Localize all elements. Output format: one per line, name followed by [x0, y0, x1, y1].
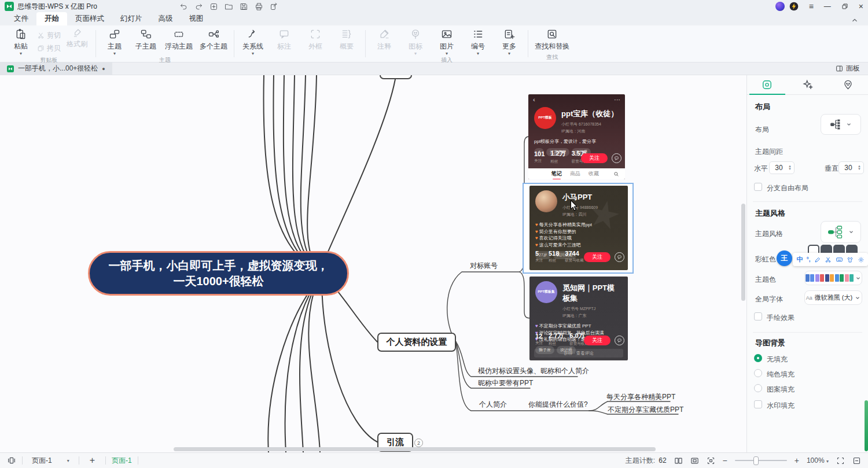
message-button[interactable]: [615, 336, 624, 345]
tab-style-panel[interactable]: [747, 75, 788, 94]
menu-tab-视图[interactable]: 视图: [181, 12, 212, 25]
share-icon[interactable]: [269, 1, 279, 12]
print-icon[interactable]: [253, 1, 264, 12]
canvas-vertical-scrollbar[interactable]: [741, 204, 745, 301]
profile-setup-node[interactable]: 个人资料的设置: [377, 333, 456, 352]
horizontal-spacing-stepper[interactable]: 30▲▼: [769, 161, 795, 174]
menu-tab-开始[interactable]: 开始: [36, 12, 67, 25]
关系线-button[interactable]: 关系线▾: [238, 28, 268, 56]
ime-toolbar[interactable]: 中 °,: [793, 253, 868, 266]
canvas-horizontal-scrollbar[interactable]: [174, 447, 656, 451]
panel-toggle-button[interactable]: 面板: [836, 64, 868, 73]
标注-button[interactable]: 标注: [269, 28, 299, 52]
add-page-button[interactable]: +: [85, 455, 100, 466]
子主题-button[interactable]: 子主题: [131, 28, 161, 52]
save-icon[interactable]: [238, 1, 249, 12]
sub-topic-intro[interactable]: 个人简介: [479, 400, 507, 410]
collapse-ribbon-icon[interactable]: [851, 16, 859, 25]
menu-tab-文件[interactable]: 文件: [6, 12, 36, 25]
follow-button[interactable]: 关注: [581, 153, 608, 163]
ime-settings-icon[interactable]: [858, 256, 865, 263]
search-icon[interactable]: [613, 171, 619, 177]
new-file-icon[interactable]: [208, 1, 219, 12]
sub-topic-imitate[interactable]: 模仿对标设置头像、昵称和个人简介: [478, 366, 589, 376]
ime-scissors-icon[interactable]: [825, 256, 832, 263]
minimize-button[interactable]: —: [824, 2, 831, 10]
global-font-dropdown[interactable]: Aa 微软雅黑 (大): [804, 290, 862, 305]
focus-mode-icon[interactable]: [707, 456, 715, 465]
user-avatar[interactable]: [775, 2, 785, 11]
layout-dropdown[interactable]: [821, 114, 861, 135]
document-tab[interactable]: 一部手机，小...00+很轻松 ●: [0, 62, 112, 75]
外框-button[interactable]: 外框: [300, 28, 330, 52]
浮动主题-button[interactable]: 浮动主题: [162, 28, 196, 52]
leaf-daily-share[interactable]: 每天分享各种精美PPT: [606, 392, 675, 402]
background-radio-纯色填充[interactable]: [754, 369, 762, 377]
collapse-toolbar-icon[interactable]: [852, 456, 861, 465]
menu-tab-页面样式[interactable]: 页面样式: [67, 12, 112, 25]
page-selector-dropdown[interactable]: 页面-1▾: [28, 456, 73, 466]
xhs-profile-card-2[interactable]: ★小马PPT小红书号 94886609IP属地：四川♥每天分享各种精美实用ppt…: [529, 186, 628, 270]
active-page-tab[interactable]: 页面-1: [112, 456, 132, 466]
restore-button[interactable]: [841, 3, 848, 10]
tab-ai-panel[interactable]: [788, 75, 828, 94]
back-icon[interactable]: ‹: [533, 97, 535, 102]
redo-icon[interactable]: [193, 1, 204, 12]
leaf-irregular-share[interactable]: 不定期分享宝藏优质PPT: [608, 405, 683, 415]
更多-button[interactable]: 更多▾: [494, 28, 524, 56]
xhs-profile-card-1[interactable]: ‹···PPT模板ppt宝库（收徒）小红书号 6716078354IP属地：河南…: [528, 94, 625, 179]
zoom-slider[interactable]: [735, 460, 787, 461]
fit-window-icon[interactable]: [690, 456, 699, 465]
ime-logo-icon[interactable]: 王: [777, 250, 792, 266]
menu-tab-高级[interactable]: 高级: [150, 12, 181, 25]
theme-color-dropdown[interactable]: [804, 271, 862, 285]
图标-button[interactable]: 图标▾: [400, 28, 431, 56]
zoom-level[interactable]: 100% ▾: [807, 456, 829, 465]
fullscreen-icon[interactable]: [836, 456, 845, 465]
page-overview-icon[interactable]: [7, 456, 16, 465]
格式刷-button[interactable]: 格式刷: [62, 28, 92, 50]
tab-sticker-panel[interactable]: [827, 75, 868, 94]
zoom-in-button[interactable]: +: [795, 456, 799, 465]
hand-drawn-checkbox[interactable]: [754, 312, 762, 320]
open-icon[interactable]: [223, 1, 234, 12]
zoom-out-button[interactable]: −: [723, 456, 727, 465]
profile-tab-笔记[interactable]: 笔记: [551, 170, 562, 178]
编号-button[interactable]: 编号▾: [463, 28, 493, 56]
概要-button[interactable]: 概要: [332, 28, 362, 52]
background-radio-无填充[interactable]: [754, 354, 762, 362]
follow-button[interactable]: 关注: [584, 336, 610, 345]
central-topic-node[interactable]: 一部手机，小白即可上手，虚拟资源变现，一天1000+很轻松: [88, 251, 349, 296]
close-button[interactable]: ×: [859, 2, 863, 11]
outline-view-icon[interactable]: [674, 456, 683, 465]
message-button[interactable]: [612, 153, 621, 163]
查找和替换-button[interactable]: 查找和替换: [532, 28, 572, 52]
zoom-slider-thumb[interactable]: [753, 456, 759, 465]
watermark-fill-checkbox[interactable]: [754, 400, 762, 408]
拷贝-button[interactable]: 拷贝: [37, 43, 61, 53]
profile-tab-收藏[interactable]: 收藏: [589, 170, 599, 178]
profile-footer-bar[interactable]: 群聊 · 查看评论: [534, 349, 623, 358]
ime-punctuation-icon[interactable]: °,: [807, 256, 811, 263]
vertical-spacing-stepper[interactable]: 30▲▼: [838, 161, 864, 174]
benchmark-account-label[interactable]: 对标账号: [470, 261, 498, 271]
panel-scrollbar[interactable]: [865, 400, 868, 451]
注释-button[interactable]: 注释: [369, 28, 399, 52]
background-radio-图案填充[interactable]: [754, 384, 762, 392]
多个主题-button[interactable]: 多个主题: [197, 28, 230, 52]
ime-skin-icon[interactable]: [847, 256, 854, 263]
free-branch-checkbox[interactable]: [754, 183, 762, 191]
collapsed-count-badge[interactable]: 2: [414, 438, 423, 447]
剪切-button[interactable]: 剪切: [37, 31, 61, 40]
图片-button[interactable]: 图片▾: [432, 28, 462, 56]
粘贴-button[interactable]: 粘贴▾: [6, 28, 36, 56]
menu-tab-幻灯片[interactable]: 幻灯片: [112, 12, 150, 25]
follow-button[interactable]: 关注: [584, 252, 610, 262]
undo-icon[interactable]: [178, 1, 189, 12]
ime-mode-chinese[interactable]: 中: [796, 255, 803, 264]
clipped-top-node[interactable]: [380, 75, 412, 79]
message-button[interactable]: [615, 252, 624, 262]
xhs-profile-card-3[interactable]: PPT模板集觅知网｜PPT模板集小红书号 MZPPTJIP属地：广东♥不定期分享…: [529, 277, 628, 360]
mindmap-canvas[interactable]: 一部手机，小白即可上手，虚拟资源变现，一天1000+很轻松 个人资料的设置 引流…: [0, 75, 746, 452]
more-dots-icon[interactable]: ···: [614, 97, 620, 102]
